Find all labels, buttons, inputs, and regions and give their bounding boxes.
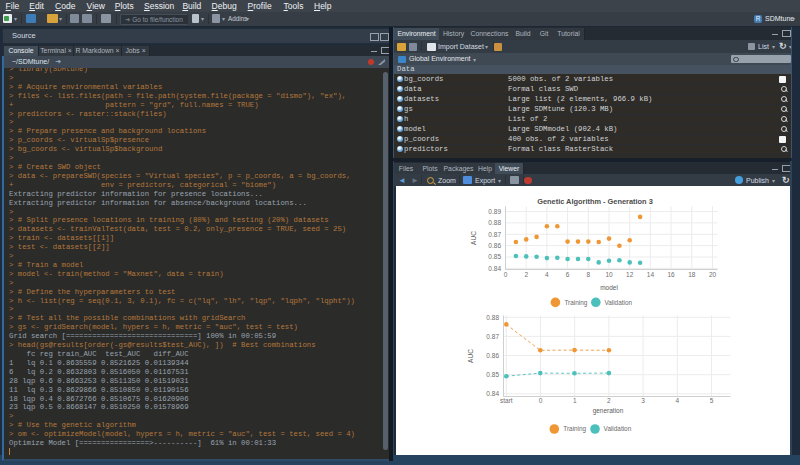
svg-text:0: 0 [539,397,543,404]
svg-text:model: model [600,284,618,291]
svg-text:generation: generation [593,407,624,415]
svg-text:start: start [500,397,513,404]
svg-text:Genetic Algorithm - Generation: Genetic Algorithm - Generation 3 [537,197,653,206]
svg-text:4: 4 [675,397,679,404]
svg-text:0.86: 0.86 [488,242,501,249]
svg-text:16: 16 [667,271,675,278]
svg-text:Validation: Validation [604,425,632,432]
svg-text:0.84: 0.84 [488,265,501,272]
svg-text:14: 14 [647,271,655,278]
svg-text:2: 2 [607,397,611,404]
svg-text:Training: Training [563,425,586,433]
svg-text:0.87: 0.87 [486,333,499,340]
svg-text:1: 1 [573,397,577,404]
svg-text:AUC: AUC [470,231,477,245]
svg-text:0: 0 [504,271,508,278]
svg-text:4: 4 [545,271,549,278]
svg-text:0.85: 0.85 [486,371,499,378]
svg-text:Validation: Validation [604,299,632,306]
svg-text:3: 3 [641,397,645,404]
svg-text:5: 5 [710,397,714,404]
svg-text:0.86: 0.86 [486,352,499,359]
svg-text:2: 2 [524,271,528,278]
svg-text:0.88: 0.88 [486,314,499,321]
svg-text:0.85: 0.85 [488,253,501,260]
svg-text:0.89: 0.89 [488,208,501,215]
svg-text:8: 8 [586,271,590,278]
svg-text:Training: Training [564,299,587,307]
svg-text:0.88: 0.88 [488,219,501,226]
svg-text:0.84: 0.84 [486,390,499,397]
svg-text:10: 10 [605,271,613,278]
svg-text:AUC: AUC [467,349,474,363]
svg-text:12: 12 [626,271,634,278]
svg-text:20: 20 [709,271,717,278]
svg-text:0.87: 0.87 [488,231,501,238]
svg-text:18: 18 [688,271,696,278]
svg-text:6: 6 [566,271,570,278]
